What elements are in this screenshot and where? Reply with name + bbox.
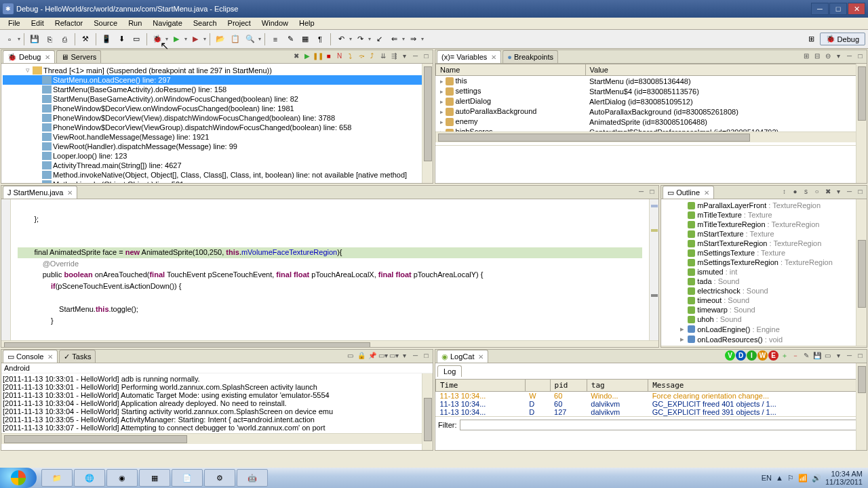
max-button[interactable]: □ — [421, 51, 431, 61]
search-button[interactable]: 🔍 — [243, 33, 257, 46]
disconnect-button[interactable]: N — [334, 51, 344, 61]
close-button[interactable]: ✕ — [848, 3, 865, 15]
stack-frame[interactable]: StartMenu.onLoadScene() line: 297 — [3, 75, 431, 85]
avd-button[interactable]: 📱 — [100, 33, 113, 46]
stack-frame[interactable]: StartMenu(BaseGameActivity).onWindowFocu… — [3, 94, 431, 104]
hide-nonpublic-button[interactable]: ○ — [812, 186, 822, 197]
menu-run[interactable]: Run — [123, 18, 147, 29]
eclipse-task[interactable]: ◉ — [106, 469, 138, 487]
min-button[interactable]: ─ — [410, 350, 420, 361]
debug-stack-tree[interactable]: ▿ Thread [<1> main] (Suspended (breakpoi… — [1, 64, 433, 183]
stack-frame[interactable]: PhoneWindow$DecorView(View).dispatchWind… — [3, 113, 431, 123]
open-perspective-button[interactable]: ⊞ — [805, 33, 818, 46]
info-filter-button[interactable]: I — [747, 350, 757, 361]
hide-static-button[interactable]: s — [801, 186, 811, 197]
console-tab[interactable]: ▭Console✕ — [3, 350, 58, 363]
max-button[interactable]: □ — [855, 186, 865, 197]
menu-search[interactable]: Search — [188, 18, 222, 29]
clear-log-button[interactable]: ▭ — [823, 350, 833, 361]
outline-item[interactable]: ▸ onLoadEngine() : Engine — [677, 324, 865, 334]
open-task-button[interactable]: 📋 — [229, 33, 242, 46]
close-icon[interactable]: ✕ — [47, 353, 53, 361]
close-icon[interactable]: ✕ — [478, 353, 484, 361]
prev-button[interactable]: ↙ — [372, 33, 386, 46]
menu-edit[interactable]: Edit — [26, 18, 50, 29]
breakpoints-tab[interactable]: ●Breakpoints — [502, 50, 558, 63]
display-button[interactable]: ▭▾ — [378, 350, 388, 361]
scroll-lock-button[interactable]: 🔒 — [356, 350, 366, 361]
min-button[interactable]: ─ — [844, 186, 854, 197]
log-inner-tab[interactable]: Log — [437, 365, 462, 377]
outline-item[interactable]: mParallaxLayerFront : TextureRegion — [677, 201, 865, 210]
open-type-button[interactable]: 📂 — [214, 33, 227, 46]
tray-flag-icon[interactable]: ⚐ — [787, 474, 794, 483]
ext-tools-button[interactable]: ▶ — [189, 33, 202, 46]
max-button[interactable]: □ — [855, 51, 865, 61]
close-icon[interactable]: ✕ — [67, 189, 73, 197]
outline-item[interactable]: mTitleTextureRegion : TextureRegion — [677, 220, 865, 229]
outline-item[interactable]: electricshock : Sound — [677, 286, 865, 296]
tray-volume-icon[interactable]: 🔊 — [812, 474, 821, 483]
debug-filter-button[interactable]: D — [736, 350, 746, 361]
log-row[interactable]: 11-13 10:34...D60dalvikvmGC_EXPLICIT fre… — [436, 400, 867, 408]
stack-frame[interactable]: ActivityThread.main(String[]) line: 4627 — [3, 161, 431, 170]
sort-button[interactable]: ↕ — [779, 186, 789, 197]
debug-perspective-button[interactable]: 🐞Debug — [820, 33, 865, 45]
tasks-tab[interactable]: ✓Tasks — [59, 350, 96, 363]
show-type-button[interactable]: ⊞ — [801, 51, 811, 61]
android-emulator-task[interactable]: 🤖 — [237, 469, 268, 487]
tray-lang[interactable]: EN — [762, 474, 772, 482]
app-task-1[interactable]: ▦ — [139, 469, 170, 487]
min-button[interactable]: ─ — [636, 186, 646, 197]
menu-project[interactable]: Project — [222, 18, 256, 29]
menu-navigate[interactable]: Navigate — [147, 18, 187, 29]
menu-icon[interactable]: ▾ — [399, 350, 410, 361]
filter-input[interactable] — [460, 420, 865, 430]
open-button[interactable]: ▭▾ — [389, 350, 399, 361]
minimize-button[interactable]: ─ — [811, 3, 829, 15]
next-annotation-button[interactable]: ↷ — [353, 33, 367, 46]
logcat-table[interactable]: TimepidtagMessage11-13 10:34...W60Windo.… — [435, 379, 867, 416]
menu-refactor[interactable]: Refactor — [50, 18, 89, 29]
debug-button[interactable]: 🐞 — [151, 33, 164, 46]
menu-help[interactable]: Help — [294, 18, 320, 29]
new-button[interactable]: ▫ — [3, 33, 16, 46]
log-row[interactable]: 11-13 10:34...D127dalvikvmGC_EXPLICIT fr… — [436, 408, 867, 416]
start-button[interactable] — [0, 468, 37, 488]
clear-button[interactable]: ▭ — [345, 350, 355, 361]
stack-frame[interactable]: ViewRoot.handleMessage(Message) line: 19… — [3, 132, 431, 142]
variable-row[interactable]: ▸ settingsStartMenu$4 (id=830085113576) — [436, 86, 867, 96]
close-icon[interactable]: ✕ — [704, 189, 709, 197]
pin-button[interactable]: 📌 — [367, 350, 377, 361]
warn-filter-button[interactable]: W — [757, 350, 768, 361]
android-sdk-button[interactable]: ⬇ — [115, 33, 128, 46]
menu-icon[interactable]: ▾ — [833, 350, 844, 361]
add-filter-button[interactable]: ＋ — [779, 350, 789, 361]
outline-item[interactable]: mSettingsTexture : Texture — [677, 248, 865, 258]
outline-item[interactable]: mSettingsTextureRegion : TextureRegion — [677, 258, 865, 267]
variables-tab[interactable]: (x)=Variables✕ — [437, 50, 501, 63]
print-button[interactable]: ⎙ — [58, 33, 71, 46]
max-button[interactable]: □ — [855, 350, 865, 361]
debug-tab[interactable]: 🐞Debug✕ — [3, 50, 55, 63]
menu-button[interactable]: ▾ — [833, 186, 844, 197]
run-button[interactable]: ▶ — [170, 33, 183, 46]
show-logical-button[interactable]: ⊟ — [812, 51, 822, 61]
variable-row[interactable]: ▸ autoParallaxBackgroundAutoParallaxBack… — [436, 106, 867, 117]
drop-frame-button[interactable]: ⇊ — [378, 51, 388, 61]
error-filter-button[interactable]: E — [768, 350, 778, 361]
menu-file[interactable]: File — [3, 18, 26, 29]
step-over-button[interactable]: ⤼ — [356, 51, 366, 61]
stack-frame[interactable]: Method.invokeNative(Object, Object[], Cl… — [3, 170, 431, 180]
chrome-task[interactable]: 🌐 — [74, 469, 105, 487]
outline-item[interactable]: mStartTexture : Texture — [677, 229, 865, 239]
logcat-tab[interactable]: ◉LogCat✕ — [437, 350, 488, 363]
maximize-button[interactable]: □ — [829, 3, 847, 15]
stack-frame[interactable]: PhoneWindow$DecorView(ViewGroup).dispatc… — [3, 123, 431, 132]
last-edit-button[interactable]: ↶ — [334, 33, 348, 46]
edit-filter-button[interactable]: ✎ — [801, 350, 811, 361]
explorer-task[interactable]: 📁 — [41, 469, 73, 487]
save-log-button[interactable]: 💾 — [812, 350, 822, 361]
back-button[interactable]: ⇐ — [387, 33, 401, 46]
tray-clock[interactable]: 10:34 AM11/13/2011 — [825, 470, 863, 486]
